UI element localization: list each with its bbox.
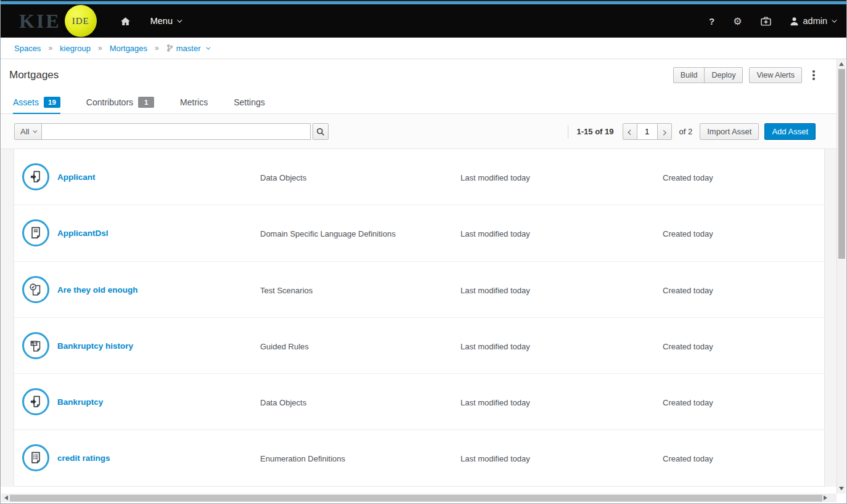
asset-name-link[interactable]: Bankruptcy history xyxy=(57,341,133,351)
tab-metrics[interactable]: Metrics xyxy=(180,91,208,114)
scroll-down-arrow-icon[interactable] xyxy=(839,487,844,490)
filter-dropdown[interactable]: All xyxy=(14,123,42,140)
breadcrumb-separator: » xyxy=(48,44,52,52)
utility-kit-icon[interactable] xyxy=(761,17,771,26)
asset-type-icon xyxy=(22,388,49,415)
horizontal-scrollbar[interactable] xyxy=(1,494,837,502)
contributors-count-badge: 1 xyxy=(138,97,154,108)
asset-last-modified: Last modified today xyxy=(460,398,530,407)
asset-last-modified: Last modified today xyxy=(460,342,530,351)
asset-row[interactable]: credit ratings Enumeration Definitions L… xyxy=(14,430,824,486)
asset-row[interactable]: Applicant Data Objects Last modified tod… xyxy=(14,149,824,205)
asset-name-link[interactable]: Applicant xyxy=(57,173,96,182)
breadcrumb-separator: » xyxy=(98,44,102,52)
asset-name-link[interactable]: ApplicantDsl xyxy=(57,229,108,238)
tab-label: Contributors xyxy=(86,97,133,107)
asset-created: Created today xyxy=(663,342,713,351)
asset-list: Applicant Data Objects Last modified tod… xyxy=(14,149,825,487)
asset-type-icon xyxy=(22,163,49,190)
tab-label: Metrics xyxy=(180,97,208,107)
asset-type: Domain Specific Language Definitions xyxy=(260,229,396,238)
asset-created: Created today xyxy=(663,454,713,463)
breadcrumb-mortgages[interactable]: Mortgages xyxy=(110,44,147,53)
items-range: 1-15 of 19 xyxy=(577,127,614,136)
asset-row[interactable]: ApplicantDsl Domain Specific Language De… xyxy=(14,205,824,261)
gear-icon[interactable]: ⚙ xyxy=(733,15,742,27)
branch-name: master xyxy=(176,44,201,53)
chevron-down-icon xyxy=(33,129,38,133)
vertical-scrollbar[interactable] xyxy=(837,59,846,494)
tab-settings[interactable]: Settings xyxy=(234,91,265,114)
git-branch-icon xyxy=(166,44,173,52)
divider xyxy=(568,125,568,139)
project-actions: Build Deploy View Alerts xyxy=(673,67,819,83)
user-menu[interactable]: admin xyxy=(790,16,836,26)
top-accent-bar xyxy=(1,0,846,4)
kie-logo[interactable]: KIE IDE xyxy=(19,5,97,37)
help-icon[interactable]: ? xyxy=(709,16,714,26)
asset-type: Enumeration Definitions xyxy=(260,454,345,463)
import-asset-button[interactable]: Import Asset xyxy=(700,123,759,140)
asset-last-modified: Last modified today xyxy=(460,229,530,238)
asset-name-link[interactable]: Are they old enough xyxy=(57,285,138,295)
tab-contributors[interactable]: Contributors 1 xyxy=(86,91,154,114)
application-window: KIE IDE Menu ? ⚙ admin Spaces xyxy=(0,0,847,504)
asset-name-link[interactable]: credit ratings xyxy=(57,453,110,463)
scroll-left-arrow-icon[interactable] xyxy=(4,495,8,500)
asset-last-modified: Last modified today xyxy=(460,286,530,295)
asset-last-modified: Last modified today xyxy=(460,173,530,182)
masthead-utilities: ? ⚙ admin xyxy=(709,4,835,38)
ide-logo-text: IDE xyxy=(72,16,89,26)
asset-type-icon xyxy=(22,276,49,303)
search-controls: All xyxy=(14,123,329,140)
page-number-input[interactable] xyxy=(637,123,658,140)
chevron-down-icon xyxy=(177,17,182,22)
asset-row[interactable]: Bankruptcy history Guided Rules Last mod… xyxy=(14,318,824,374)
menu-dropdown[interactable]: Menu xyxy=(150,16,181,26)
breadcrumb: Spaces » kiegroup » Mortgages » master xyxy=(1,38,846,59)
branch-selector[interactable]: master xyxy=(166,44,210,53)
search-button[interactable] xyxy=(313,123,329,140)
asset-type-icon xyxy=(22,444,49,471)
tab-assets[interactable]: Assets 19 xyxy=(13,91,60,114)
asset-type: Test Scenarios xyxy=(260,286,313,295)
chevron-down-icon xyxy=(832,17,837,22)
horizontal-scroll-thumb[interactable] xyxy=(10,495,822,502)
prev-page-button[interactable] xyxy=(623,123,637,140)
scroll-right-arrow-icon[interactable] xyxy=(824,495,827,500)
deploy-button[interactable]: Deploy xyxy=(704,67,743,83)
search-input[interactable] xyxy=(41,123,311,140)
asset-created: Created today xyxy=(663,229,713,238)
breadcrumb-kiegroup[interactable]: kiegroup xyxy=(60,44,91,53)
asset-created: Created today xyxy=(663,398,713,407)
add-asset-button[interactable]: Add Asset xyxy=(764,123,816,140)
asset-type-icon xyxy=(22,332,49,359)
asset-row[interactable]: Bankruptcy Data Objects Last modified to… xyxy=(14,374,824,430)
view-alerts-button[interactable]: View Alerts xyxy=(749,67,802,83)
asset-last-modified: Last modified today xyxy=(460,454,530,463)
page-header: Mortgages Build Deploy View Alerts xyxy=(1,59,838,91)
user-name: admin xyxy=(803,16,828,26)
kie-logo-text: KIE xyxy=(19,10,61,33)
project-tabs: Assets 19 Contributors 1 Metrics Setting… xyxy=(1,91,838,114)
ide-logo-badge: IDE xyxy=(65,5,97,37)
breadcrumb-spaces[interactable]: Spaces xyxy=(14,44,41,53)
asset-type: Data Objects xyxy=(260,173,306,182)
masthead: KIE IDE Menu ? ⚙ admin xyxy=(1,4,846,38)
asset-name-link[interactable]: Bankruptcy xyxy=(57,397,103,407)
asset-row[interactable]: Are they old enough Test Scenarios Last … xyxy=(14,262,824,318)
home-icon[interactable] xyxy=(120,17,131,26)
build-button[interactable]: Build xyxy=(673,67,705,83)
assets-toolbar: All 1-15 of 19 of 2 Import Asset Add Ass… xyxy=(1,114,838,149)
chevron-down-icon xyxy=(207,45,211,49)
vertical-scroll-thumb[interactable] xyxy=(838,69,845,259)
kebab-menu-icon[interactable] xyxy=(808,67,819,83)
user-icon xyxy=(790,17,799,26)
build-deploy-group: Build Deploy xyxy=(673,67,743,83)
scroll-up-arrow-icon[interactable] xyxy=(839,62,844,66)
chevron-right-icon xyxy=(661,130,666,135)
asset-type-icon xyxy=(22,219,49,246)
next-page-button[interactable] xyxy=(657,123,672,140)
chevron-left-icon xyxy=(628,129,632,134)
asset-created: Created today xyxy=(663,173,713,182)
